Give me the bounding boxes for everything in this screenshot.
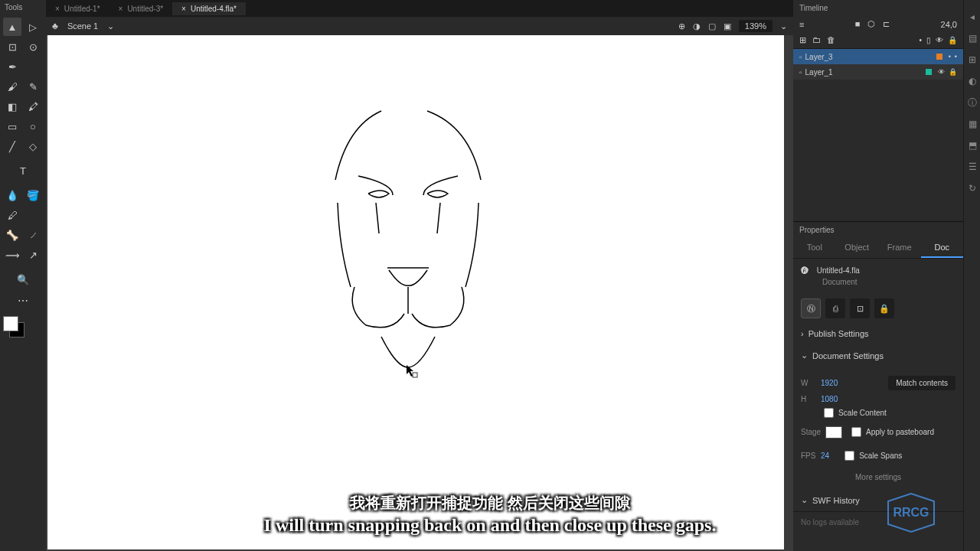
watermark-logo: RRCG xyxy=(865,482,957,543)
document-icon: 🅐 xyxy=(801,266,808,275)
ink-bottle-tool[interactable]: 🖊 xyxy=(3,206,21,224)
bind-tool[interactable]: ⟋ xyxy=(24,226,42,244)
apply-pasteboard-label: Apply to pasteboard xyxy=(866,428,934,436)
clip-content-icon[interactable]: ▢ xyxy=(708,21,716,31)
rail-history-icon[interactable]: ↻ xyxy=(964,178,980,199)
layer-color-swatch[interactable] xyxy=(926,69,932,75)
scene-name[interactable]: Scene 1 xyxy=(67,21,98,31)
oval-tool[interactable]: ○ xyxy=(24,117,42,135)
chevron-down-icon: ⌄ xyxy=(801,350,808,360)
close-tab-icon[interactable]: × xyxy=(119,5,123,13)
blank-tool-1[interactable] xyxy=(24,57,42,76)
eyedropper-tool[interactable]: 💧 xyxy=(3,186,21,204)
height-input[interactable]: 1080 xyxy=(821,395,838,403)
blank-tool-2[interactable] xyxy=(24,206,42,224)
pencil-tool[interactable]: ✎ xyxy=(24,77,42,96)
rail-transform-icon[interactable]: ⬒ xyxy=(964,135,980,156)
svg-text:RRCG: RRCG xyxy=(893,506,929,519)
brush-tool[interactable]: 🖌 xyxy=(3,77,21,96)
eraser-tool[interactable]: ◧ xyxy=(3,97,21,116)
width-tool[interactable]: ⟿ xyxy=(3,246,21,264)
zoom-level[interactable]: 139% xyxy=(739,20,773,32)
delete-layer-icon[interactable]: 🗑 xyxy=(827,35,835,45)
pen-tool[interactable]: ✒ xyxy=(3,57,21,76)
stage[interactable] xyxy=(47,35,784,549)
paint-brush-tool[interactable]: 🖍 xyxy=(24,97,42,116)
tab-tool[interactable]: Tool xyxy=(793,238,836,258)
layer-visibility-icon[interactable]: • xyxy=(949,53,951,60)
rail-align-icon[interactable]: ☰ xyxy=(964,156,980,178)
lock-button[interactable]: 🔒 xyxy=(874,298,894,318)
layer-name[interactable]: Layer_1 xyxy=(805,68,926,77)
stroke-color-swatch[interactable] xyxy=(3,316,18,331)
edit-button[interactable]: ⊡ xyxy=(850,298,870,318)
asset-warp-tool[interactable]: ↗ xyxy=(24,246,42,264)
document-tab-active[interactable]: × Untitled-4.fla* xyxy=(172,2,246,15)
highlight-icon[interactable]: • xyxy=(919,36,922,44)
polystar-tool[interactable]: ◇ xyxy=(24,137,42,155)
rail-info-icon[interactable]: ⓘ xyxy=(964,92,980,113)
bone-tool[interactable]: 🦴 xyxy=(3,226,21,244)
scene-dropdown-icon[interactable]: ⌄ xyxy=(107,21,114,31)
center-stage-icon[interactable]: ⊕ xyxy=(678,21,685,31)
publish-html5-button[interactable]: Ⓝ xyxy=(801,298,821,318)
layer-row[interactable]: ▫ Layer_1 👁 🔒 xyxy=(793,64,963,80)
lasso-tool[interactable]: ⊙ xyxy=(24,37,42,56)
tab-doc[interactable]: Doc xyxy=(921,238,964,258)
scale-content-checkbox[interactable] xyxy=(824,408,834,418)
layer-lock-icon[interactable]: • xyxy=(955,53,957,60)
rail-color-icon[interactable]: ◐ xyxy=(964,70,980,92)
stage-label: Stage xyxy=(801,428,821,436)
layers-icon[interactable]: ≡ xyxy=(799,20,804,29)
layer-color-swatch[interactable] xyxy=(936,54,942,60)
rail-swatches-icon[interactable]: ▦ xyxy=(964,113,980,135)
line-tool[interactable]: ╱ xyxy=(3,137,21,155)
visibility-header-icon[interactable]: 👁 xyxy=(936,36,943,44)
apply-pasteboard-checkbox[interactable] xyxy=(851,427,861,437)
document-settings-header[interactable]: ⌄ Document Settings xyxy=(793,344,963,367)
close-tab-icon[interactable]: × xyxy=(181,5,186,13)
text-tool[interactable]: T xyxy=(14,161,32,180)
publish-settings-header[interactable]: › Publish Settings xyxy=(793,323,963,344)
document-tab[interactable]: × Untitled-1* xyxy=(46,2,109,15)
layer-depth-icon[interactable]: ⊏ xyxy=(883,19,890,29)
rail-library-icon[interactable]: ▤ xyxy=(964,28,980,49)
publish-settings-button[interactable]: ⎙ xyxy=(825,298,845,318)
tools-title: Tools xyxy=(0,0,46,15)
selection-tool[interactable]: ▲ xyxy=(3,18,21,36)
width-input[interactable]: 1920 xyxy=(821,379,838,387)
scale-spans-checkbox[interactable] xyxy=(844,451,854,461)
rectangle-tool[interactable]: ▭ xyxy=(3,117,21,135)
more-tools-button[interactable]: ⋯ xyxy=(0,295,46,307)
lock-header-icon[interactable]: 🔒 xyxy=(948,36,957,44)
stage-color-swatch[interactable] xyxy=(825,426,842,439)
tab-object[interactable]: Object xyxy=(836,238,879,258)
paint-bucket-tool[interactable]: 🪣 xyxy=(24,186,42,204)
layer-parenting-icon[interactable]: ⬡ xyxy=(867,19,875,29)
layer-visibility-icon[interactable]: 👁 xyxy=(938,68,945,76)
fit-icon[interactable]: ▣ xyxy=(724,21,731,31)
document-tab[interactable]: × Untitled-3* xyxy=(109,2,173,15)
timeline-title: Timeline xyxy=(793,0,963,16)
zoom-tool[interactable]: 🔍 xyxy=(14,270,32,289)
timeline-panel: Timeline ≡ ■ ⬡ ⊏ 24,0 ⊞ 🗀 🗑 • ▯ 👁 🔒 xyxy=(793,0,963,222)
layer-lock-icon[interactable]: 🔒 xyxy=(949,68,957,76)
rotate-icon[interactable]: ◑ xyxy=(693,21,701,31)
layer-row[interactable]: ▫ Layer_3 • • xyxy=(793,49,963,64)
layer-name[interactable]: Layer_3 xyxy=(805,53,936,61)
new-layer-icon[interactable]: ⊞ xyxy=(799,35,806,45)
right-panels: Timeline ≡ ■ ⬡ ⊏ 24,0 ⊞ 🗀 🗑 • ▯ 👁 🔒 xyxy=(793,0,963,551)
tab-frame[interactable]: Frame xyxy=(878,238,921,258)
match-contents-button[interactable]: Match contents xyxy=(888,376,956,390)
rail-assets-icon[interactable]: ⊞ xyxy=(964,49,980,70)
zoom-dropdown-icon[interactable]: ⌄ xyxy=(780,21,787,31)
new-folder-icon[interactable]: 🗀 xyxy=(812,35,821,45)
free-transform-tool[interactable]: ⊡ xyxy=(3,37,21,56)
fps-input[interactable]: 24 xyxy=(821,452,829,460)
close-tab-icon[interactable]: × xyxy=(55,5,60,13)
rail-collapse-icon[interactable]: ◂ xyxy=(964,6,980,28)
outline-icon[interactable]: ▯ xyxy=(926,36,931,44)
scene-icon[interactable]: ♣ xyxy=(52,21,58,31)
camera-icon[interactable]: ■ xyxy=(855,19,861,29)
subselection-tool[interactable]: ▷ xyxy=(24,18,42,36)
